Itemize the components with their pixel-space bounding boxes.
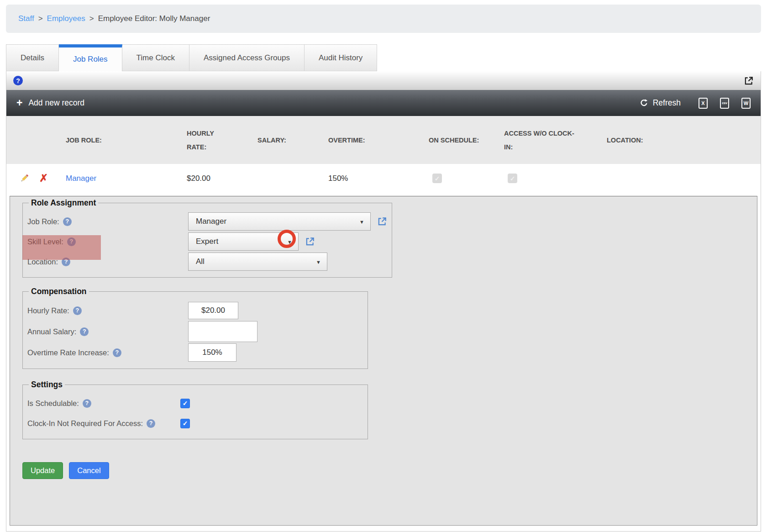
refresh-button[interactable]: Refresh <box>640 98 681 108</box>
job-role-field-row: Job Role: Manager <box>27 211 387 232</box>
chevron-down-icon <box>316 257 321 266</box>
location-help-icon[interactable] <box>62 258 70 266</box>
overtime-rate-label-group: Overtime Rate Increase: <box>27 348 188 357</box>
edit-form-panel: Role Assignment Job Role: Manager <box>10 196 757 526</box>
is-schedulable-checkbox[interactable] <box>180 399 190 408</box>
breadcrumb-separator: > <box>38 14 43 23</box>
overtime-rate-help-icon[interactable] <box>113 348 121 357</box>
export-excel-icon[interactable]: X <box>699 98 708 109</box>
settings-section: Settings Is Schedulable: Clock-In Not Re… <box>22 380 368 439</box>
edit-pencil-icon[interactable] <box>19 173 30 184</box>
export-csv-letter: csv <box>722 101 727 105</box>
plus-icon <box>16 98 22 109</box>
job-role-link[interactable]: Manager <box>66 174 96 183</box>
breadcrumb: Staff > Employees > Employee Editor: Mol… <box>6 5 761 33</box>
annual-salary-control <box>188 321 363 342</box>
location-field-row: Location: All <box>27 252 387 272</box>
chevron-down-icon <box>359 217 364 226</box>
location-label: Location: <box>27 258 58 266</box>
access-wo-clockin-checkbox <box>508 174 517 183</box>
cancel-button[interactable]: Cancel <box>69 462 109 479</box>
job-role-select[interactable]: Manager <box>188 212 371 231</box>
breadcrumb-current-page: Employee Editor: Molly Manager <box>98 14 210 23</box>
job-role-help-icon[interactable] <box>63 217 72 226</box>
clockin-not-required-field-row: Clock-In Not Required For Access: <box>27 413 363 433</box>
form-buttons: Update Cancel <box>22 462 757 479</box>
skill-level-select[interactable]: Expert <box>188 232 299 251</box>
chevron-down-icon <box>287 237 292 246</box>
skill-level-external-link-icon[interactable] <box>305 237 315 247</box>
clockin-not-required-help-icon[interactable] <box>147 419 155 428</box>
hourly-rate-help-icon[interactable] <box>73 306 82 315</box>
tab-details[interactable]: Details <box>6 44 59 71</box>
location-label-group: Location: <box>27 258 188 266</box>
header-hourly-rate: HOURLY RATE: <box>182 126 253 154</box>
update-button[interactable]: Update <box>22 462 63 479</box>
skill-level-field-row: Skill Level: Expert <box>27 232 387 252</box>
help-icon[interactable] <box>13 76 23 85</box>
compensation-legend: Compensation <box>29 287 89 296</box>
tab-bar: Details Job Roles Time Clock Assigned Ac… <box>6 44 377 71</box>
settings-legend: Settings <box>29 380 65 390</box>
job-role-selected-value: Manager <box>196 217 226 226</box>
header-on-schedule: ON SCHEDULE: <box>424 133 499 147</box>
header-job-role: JOB ROLE: <box>52 133 182 147</box>
tab-assigned-access-groups[interactable]: Assigned Access Groups <box>189 44 305 71</box>
tab-time-clock[interactable]: Time Clock <box>122 44 189 71</box>
row-hourly-rate-cell: $20.00 <box>182 174 253 183</box>
job-role-label: Job Role: <box>27 217 59 226</box>
breadcrumb-link-staff[interactable]: Staff <box>18 14 34 23</box>
tab-job-roles[interactable]: Job Roles <box>59 44 122 71</box>
header-location: LOCATION: <box>602 133 761 147</box>
header-salary: SALARY: <box>253 133 324 147</box>
location-select[interactable]: All <box>188 253 327 271</box>
row-on-schedule-cell <box>424 174 499 183</box>
header-overtime: OVERTIME: <box>324 133 424 147</box>
row-access-wo-clockin-cell <box>499 174 602 183</box>
clockin-not-required-label-group: Clock-In Not Required For Access: <box>27 419 180 428</box>
is-schedulable-field-row: Is Schedulable: <box>27 393 363 413</box>
breadcrumb-link-employees[interactable]: Employees <box>47 14 85 23</box>
annual-salary-help-icon[interactable] <box>80 327 89 336</box>
annual-salary-label-group: Annual Salary: <box>27 327 188 336</box>
location-selected-value: All <box>196 257 205 266</box>
breadcrumb-separator: > <box>89 14 94 23</box>
grid-utility-bar <box>6 71 761 90</box>
skill-level-control: Expert <box>188 232 387 251</box>
row-actions-cell <box>6 173 52 184</box>
annual-salary-input[interactable] <box>188 321 257 342</box>
annual-salary-field-row: Annual Salary: <box>27 321 363 342</box>
is-schedulable-help-icon[interactable] <box>83 399 91 408</box>
table-row: Manager $20.00 150% <box>6 164 761 193</box>
job-role-external-link-icon[interactable] <box>377 216 387 226</box>
skill-level-selected-value: Expert <box>196 237 218 246</box>
hourly-rate-input[interactable] <box>188 302 238 319</box>
grid-toolbar: Add new record Refresh X csv W <box>6 90 761 116</box>
clockin-not-required-checkbox[interactable] <box>180 419 190 428</box>
overtime-rate-input[interactable] <box>188 343 236 362</box>
job-role-label-group: Job Role: <box>27 217 188 226</box>
skill-level-label: Skill Level: <box>27 237 63 246</box>
delete-x-icon[interactable] <box>39 173 48 184</box>
export-excel-letter: X <box>701 100 704 106</box>
overtime-rate-control <box>188 343 363 362</box>
refresh-icon <box>640 99 648 107</box>
on-schedule-checkbox <box>432 174 442 183</box>
export-csv-icon[interactable]: csv <box>720 98 729 109</box>
skill-level-label-group: Skill Level: <box>27 237 188 246</box>
overtime-rate-label: Overtime Rate Increase: <box>27 348 109 357</box>
hourly-rate-label: Hourly Rate: <box>27 306 69 315</box>
tab-audit-history[interactable]: Audit History <box>305 44 377 71</box>
hourly-rate-control <box>188 302 363 319</box>
add-new-record-button[interactable]: Add new record <box>16 98 84 109</box>
skill-level-help-icon[interactable] <box>67 237 76 246</box>
add-new-record-label: Add new record <box>28 98 84 108</box>
job-roles-grid: Add new record Refresh X csv W <box>6 71 761 532</box>
open-in-new-window-icon[interactable] <box>744 76 754 86</box>
row-job-role-cell: Manager <box>52 174 182 183</box>
row-overtime-cell: 150% <box>324 174 424 183</box>
table-header-row: JOB ROLE: HOURLY RATE: SALARY: OVERTIME:… <box>6 116 761 164</box>
annual-salary-label: Annual Salary: <box>27 327 76 336</box>
export-word-icon[interactable]: W <box>741 98 751 109</box>
compensation-section: Compensation Hourly Rate: Annual Salary: <box>22 287 368 369</box>
